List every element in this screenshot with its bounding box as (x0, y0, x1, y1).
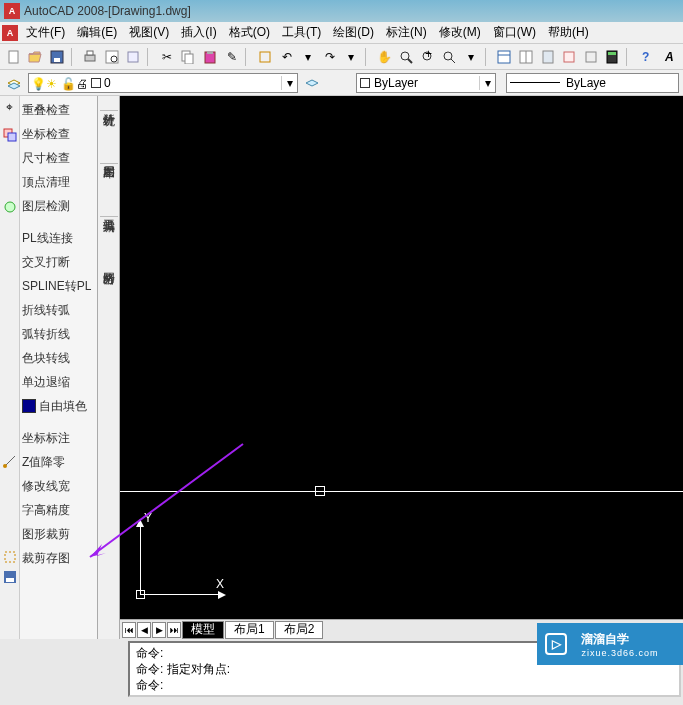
calc-icon[interactable] (602, 47, 622, 67)
pan-icon[interactable]: ✋ (375, 47, 395, 67)
menu-dim[interactable]: 标注(N) (380, 24, 433, 41)
menu-edit[interactable]: 编辑(E) (71, 24, 123, 41)
bulb-icon: 💡 (31, 77, 43, 89)
layout-tab[interactable]: 布局1 (225, 621, 274, 639)
separator (100, 110, 118, 111)
block-editor-icon[interactable] (255, 47, 275, 67)
tool-item[interactable]: 裁剪存图 (20, 546, 97, 570)
menu-tools[interactable]: 工具(T) (276, 24, 327, 41)
tool-item[interactable]: 顶点清理 (20, 170, 97, 194)
redo-dropdown-icon[interactable]: ▾ (342, 47, 362, 67)
tab-prev-icon[interactable]: ◀ (137, 622, 151, 638)
layer-toolbar: 💡 ☀ 🔓 🖨 0 ▾ ByLayer ▾ ByLaye (0, 70, 683, 96)
drawing-canvas[interactable]: Y X (120, 96, 683, 619)
tool-item[interactable]: 坐标标注 (20, 426, 97, 450)
menu-file[interactable]: 文件(F) (20, 24, 71, 41)
save-icon[interactable] (47, 47, 67, 67)
zoom-previous-icon[interactable] (440, 47, 460, 67)
overlap-check-icon[interactable] (1, 126, 19, 144)
plot-preview-icon[interactable] (102, 47, 122, 67)
tool-item-label: 色块转线 (22, 350, 70, 367)
plot-icon: 🖨 (76, 77, 88, 89)
menu-view[interactable]: 视图(V) (123, 24, 175, 41)
tool-item[interactable]: 弧转折线 (20, 322, 97, 346)
svg-rect-26 (608, 52, 616, 55)
svg-rect-7 (128, 52, 138, 62)
menu-modify[interactable]: 修改(M) (433, 24, 487, 41)
svg-rect-34 (6, 578, 14, 582)
tool-item[interactable]: 图层检测 (20, 194, 97, 218)
undo-icon[interactable]: ↶ (277, 47, 297, 67)
cut-icon[interactable]: ✂ (157, 47, 177, 67)
zoom-dropdown-icon[interactable]: ▾ (461, 47, 481, 67)
tool-item[interactable]: 重叠检查 (20, 98, 97, 122)
layer-name: 0 (104, 76, 111, 90)
layout-tab[interactable]: 模型 (182, 621, 224, 639)
tool-item[interactable]: SPLINE转PL (20, 274, 97, 298)
main-area: ⌖ 重叠检查坐标检查尺寸检查顶点清理图层检测PL线连接交叉打断SPLINE转PL… (0, 96, 683, 639)
print-icon[interactable] (81, 47, 101, 67)
markup-icon[interactable] (581, 47, 601, 67)
tool-item[interactable]: Z值降零 (20, 450, 97, 474)
color-swatch (91, 78, 101, 88)
text-style-icon[interactable]: A (659, 47, 679, 67)
sheet-set-icon[interactable] (559, 47, 579, 67)
separator (485, 48, 491, 66)
design-center-icon[interactable] (516, 47, 536, 67)
tool-item[interactable]: 修改线宽 (20, 474, 97, 498)
tool-item-label: 折线转弧 (22, 302, 70, 319)
chevron-down-icon[interactable]: ▾ (479, 76, 495, 90)
redo-icon[interactable]: ↷ (320, 47, 340, 67)
tool-item[interactable]: 单边退缩 (20, 370, 97, 394)
layout-tab[interactable]: 布局2 (275, 621, 324, 639)
sun-icon: ☀ (46, 77, 58, 89)
zoom-realtime-icon[interactable] (397, 47, 417, 67)
menu-draw[interactable]: 绘图(D) (327, 24, 380, 41)
layer-combo[interactable]: 💡 ☀ 🔓 🖨 0 ▾ (28, 73, 298, 93)
tab-next-icon[interactable]: ▶ (152, 622, 166, 638)
layer-properties-icon[interactable] (4, 73, 24, 93)
tool-item-label: 顶点清理 (22, 174, 70, 191)
tool-item[interactable]: 坐标检查 (20, 122, 97, 146)
menu-format[interactable]: 格式(O) (223, 24, 276, 41)
linetype-combo[interactable]: ByLaye (506, 73, 679, 93)
tool-item[interactable]: PL线连接 (20, 226, 97, 250)
tab-first-icon[interactable]: ⏮ (122, 622, 136, 638)
paste-icon[interactable] (200, 47, 220, 67)
tool-item-label: Z值降零 (22, 454, 65, 471)
coord-label-icon[interactable] (1, 452, 19, 470)
match-prop-icon[interactable]: ✎ (222, 47, 242, 67)
copy-icon[interactable] (179, 47, 199, 67)
separator (245, 48, 251, 66)
tool-item[interactable]: 尺寸检查 (20, 146, 97, 170)
tool-icon-column: ⌖ (0, 96, 20, 639)
svg-line-30 (5, 456, 15, 466)
properties-icon[interactable] (495, 47, 515, 67)
vertex-clean-icon[interactable] (1, 198, 19, 216)
zoom-window-icon[interactable]: + (418, 47, 438, 67)
help-icon[interactable]: ? (636, 47, 656, 67)
new-icon[interactable] (4, 47, 24, 67)
cmd-icon[interactable]: ⌖ (1, 98, 19, 116)
color-combo[interactable]: ByLayer ▾ (356, 73, 496, 93)
tab-last-icon[interactable]: ⏭ (167, 622, 181, 638)
menu-help[interactable]: 帮助(H) (542, 24, 595, 41)
save-clip-icon[interactable] (1, 568, 19, 586)
open-icon[interactable] (26, 47, 46, 67)
tool-item[interactable]: 字高精度 (20, 498, 97, 522)
left-tool-panel: ⌖ 重叠检查坐标检查尺寸检查顶点清理图层检测PL线连接交叉打断SPLINE转PL… (0, 96, 98, 639)
clip-icon[interactable] (1, 548, 19, 566)
layer-prev-icon[interactable] (302, 73, 322, 93)
tool-item[interactable]: 色块转线 (20, 346, 97, 370)
tool-item[interactable]: 图形裁剪 (20, 522, 97, 546)
tool-item[interactable]: 交叉打断 (20, 250, 97, 274)
chevron-down-icon[interactable]: ▾ (281, 76, 297, 90)
tool-item[interactable]: 折线转弧 (20, 298, 97, 322)
tool-item[interactable]: 自由填色 (20, 394, 97, 418)
tool-palette-icon[interactable] (538, 47, 558, 67)
menu-window[interactable]: 窗口(W) (487, 24, 542, 41)
undo-dropdown-icon[interactable]: ▾ (298, 47, 318, 67)
publish-icon[interactable] (124, 47, 144, 67)
menu-insert[interactable]: 插入(I) (175, 24, 222, 41)
vertical-tab-strip: 统计分析图层布局编辑工具网络分析 (98, 96, 120, 639)
